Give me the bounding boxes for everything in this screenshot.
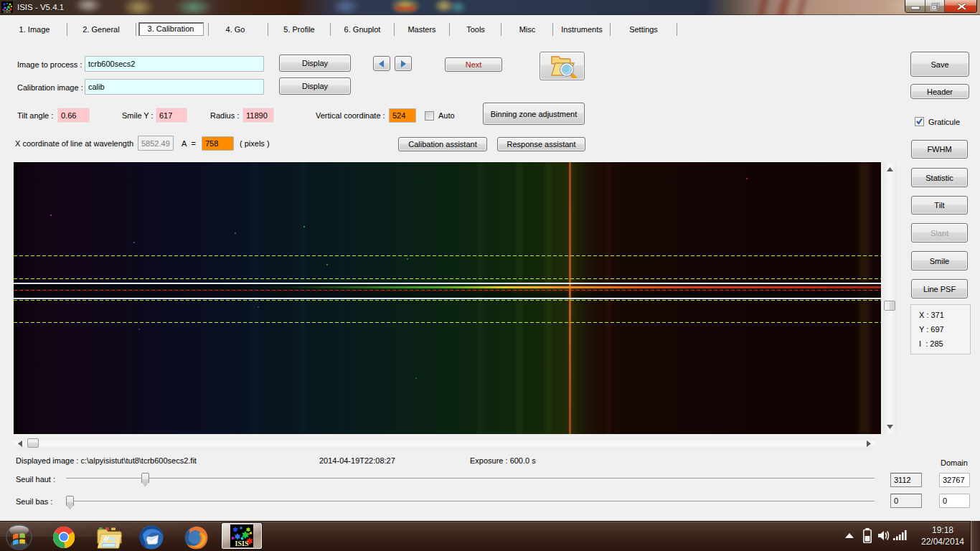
svg-text:ISIS: ISIS <box>4 9 11 14</box>
svg-text:ISIS: ISIS <box>235 540 249 547</box>
